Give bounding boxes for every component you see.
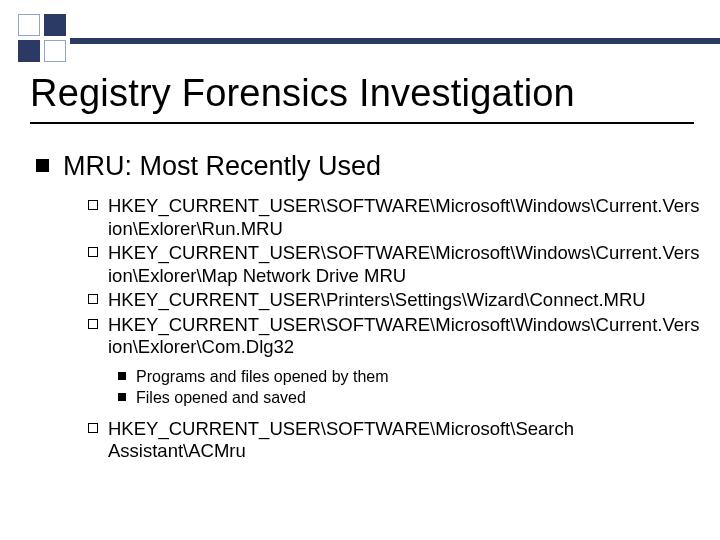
square-bullet-icon [36,159,49,172]
top-accent-bar [70,38,720,44]
small-square-bullet-icon [118,393,126,401]
bullet-level3: Programs and files opened by them [118,367,702,387]
sub-note: Files opened and saved [136,388,306,408]
open-square-bullet-icon [88,294,98,304]
sub-note: Programs and files opened by them [136,367,389,387]
registry-path: HKEY_CURRENT_USER\SOFTWARE\Microsoft\Win… [108,314,702,359]
title-underline [30,122,694,124]
small-square-bullet-icon [118,372,126,380]
bullet-level2: HKEY_CURRENT_USER\Printers\Settings\Wiza… [88,289,702,312]
bullet-group-level3: Programs and files opened by them Files … [118,367,702,408]
open-square-bullet-icon [88,247,98,257]
registry-path: HKEY_CURRENT_USER\SOFTWARE\Microsoft\Win… [108,195,702,240]
bullet-level2: HKEY_CURRENT_USER\SOFTWARE\Microsoft\Sea… [88,418,702,463]
bullet-level3: Files opened and saved [118,388,702,408]
registry-path: HKEY_CURRENT_USER\SOFTWARE\Microsoft\Sea… [108,418,702,463]
bullet-level2: HKEY_CURRENT_USER\SOFTWARE\Microsoft\Win… [88,242,702,287]
registry-path: HKEY_CURRENT_USER\Printers\Settings\Wiza… [108,289,646,312]
square-icon [18,40,40,62]
open-square-bullet-icon [88,200,98,210]
bullet-group-level2: HKEY_CURRENT_USER\SOFTWARE\Microsoft\Win… [88,195,702,463]
square-icon [44,40,66,62]
slide-body: MRU: Most Recently Used HKEY_CURRENT_USE… [36,150,702,465]
registry-path: HKEY_CURRENT_USER\SOFTWARE\Microsoft\Win… [108,242,702,287]
square-icon [44,14,66,36]
open-square-bullet-icon [88,319,98,329]
bullet-level1: MRU: Most Recently Used [36,150,702,183]
open-square-bullet-icon [88,423,98,433]
bullet-level2: HKEY_CURRENT_USER\SOFTWARE\Microsoft\Win… [88,314,702,359]
square-icon [18,14,40,36]
heading-text: MRU: Most Recently Used [63,150,381,183]
slide-title: Registry Forensics Investigation [30,72,575,115]
bullet-level2: HKEY_CURRENT_USER\SOFTWARE\Microsoft\Win… [88,195,702,240]
corner-squares-decor [18,14,66,62]
